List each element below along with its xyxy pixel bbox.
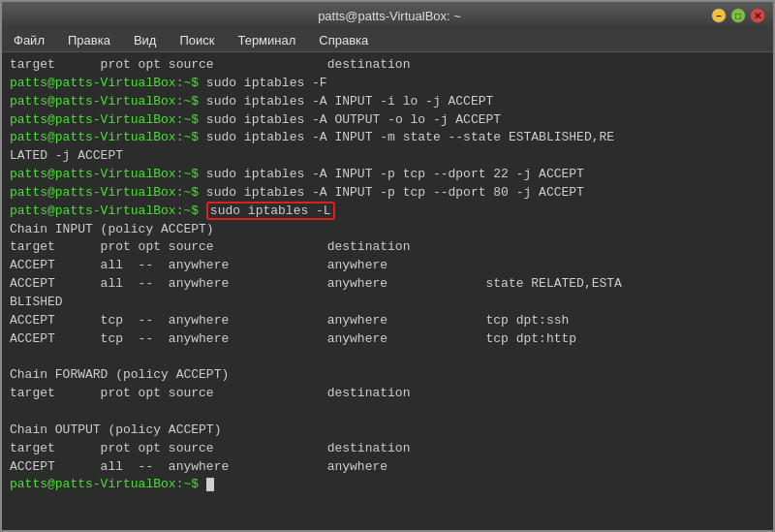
terminal-line: patts@patts-VirtualBox:~$ sudo iptables … bbox=[10, 129, 765, 147]
terminal-line bbox=[10, 403, 765, 422]
terminal-line: target prot opt source destination bbox=[10, 385, 765, 403]
close-button[interactable]: ✕ bbox=[750, 8, 765, 23]
terminal-line: target prot opt source destination bbox=[10, 238, 765, 257]
terminal-line: ACCEPT all -- anywhere anywhere state RE… bbox=[10, 275, 765, 294]
menu-edit[interactable]: Правка bbox=[64, 32, 114, 48]
menu-file[interactable]: Файл bbox=[10, 32, 48, 48]
menu-terminal[interactable]: Терминал bbox=[233, 32, 299, 48]
window-controls[interactable]: – □ ✕ bbox=[711, 8, 765, 23]
terminal-line-highlighted: patts@patts-VirtualBox:~$ sudo iptables … bbox=[10, 203, 765, 221]
window-title: patts@patts-VirtualBox: ~ bbox=[68, 9, 711, 23]
terminal-line: ACCEPT tcp -- anywhere anywhere tcp dpt:… bbox=[10, 330, 765, 349]
terminal-window: patts@patts-VirtualBox: ~ – □ ✕ Файл Пра… bbox=[0, 0, 775, 532]
terminal-line: patts@patts-VirtualBox:~$ sudo iptables … bbox=[10, 166, 765, 184]
terminal-line: LATED -j ACCEPT bbox=[10, 147, 765, 166]
terminal-line: ACCEPT tcp -- anywhere anywhere tcp dpt:… bbox=[10, 312, 765, 330]
terminal-line: Chain INPUT (policy ACCEPT) bbox=[10, 221, 765, 239]
menu-bar: Файл Правка Вид Поиск Терминал Справка bbox=[2, 29, 773, 52]
menu-search[interactable]: Поиск bbox=[175, 32, 218, 48]
terminal-line: patts@patts-VirtualBox:~$ sudo iptables … bbox=[10, 93, 765, 111]
menu-view[interactable]: Вид bbox=[130, 32, 161, 48]
terminal-line: BLISHED bbox=[10, 294, 765, 312]
terminal-line bbox=[10, 349, 765, 367]
terminal-prompt-line: patts@patts-VirtualBox:~$ bbox=[10, 476, 765, 494]
terminal-body[interactable]: target prot opt source destination patts… bbox=[2, 52, 773, 530]
terminal-line: target prot opt source destination bbox=[10, 56, 765, 75]
terminal-line: Chain FORWARD (policy ACCEPT) bbox=[10, 366, 765, 385]
menu-help[interactable]: Справка bbox=[315, 32, 372, 48]
terminal-line: patts@patts-VirtualBox:~$ sudo iptables … bbox=[10, 75, 765, 93]
maximize-button[interactable]: □ bbox=[730, 8, 746, 23]
terminal-cursor bbox=[206, 478, 214, 491]
terminal-line: patts@patts-VirtualBox:~$ sudo iptables … bbox=[10, 111, 765, 130]
terminal-line: Chain OUTPUT (policy ACCEPT) bbox=[10, 422, 765, 440]
terminal-line: patts@patts-VirtualBox:~$ sudo iptables … bbox=[10, 184, 765, 203]
title-bar: patts@patts-VirtualBox: ~ – □ ✕ bbox=[2, 2, 773, 29]
highlighted-command: sudo iptables -L bbox=[206, 202, 335, 220]
terminal-line: ACCEPT all -- anywhere anywhere bbox=[10, 257, 765, 275]
terminal-line: target prot opt source destination bbox=[10, 440, 765, 458]
terminal-line: ACCEPT all -- anywhere anywhere bbox=[10, 458, 765, 477]
minimize-button[interactable]: – bbox=[711, 8, 727, 23]
